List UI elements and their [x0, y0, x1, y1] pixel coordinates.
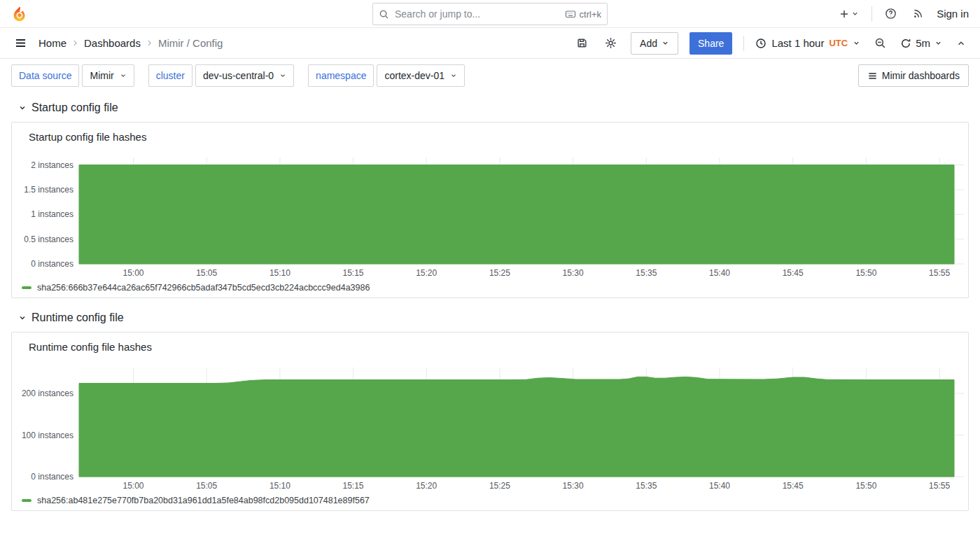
legend-item[interactable]: sha256:666b37e644ca26ac65f742966cb5adaf3…: [12, 281, 968, 298]
row-title: Startup config file: [31, 102, 118, 114]
keyboard-shortcut: ctrl+k: [565, 8, 601, 20]
row-header-startup-config[interactable]: Startup config file: [11, 99, 969, 116]
variable-namespace: namespace cortex-dev-01: [308, 64, 465, 87]
cluster-select[interactable]: dev-us-central-0: [195, 64, 294, 87]
panel-title[interactable]: Runtime config file hashes: [12, 332, 968, 358]
chevron-down-icon: [120, 72, 127, 79]
chevron-down-icon: [18, 314, 27, 322]
help-icon[interactable]: [882, 5, 899, 22]
chevron-down-icon: [851, 10, 859, 18]
legend-item[interactable]: sha256:ab481e275e770fb7ba20bd31a961dd1a5…: [12, 493, 968, 510]
svg-text:15:05: 15:05: [196, 268, 217, 278]
series-color-marker: [22, 286, 31, 289]
sign-in-link[interactable]: Sign in: [937, 8, 969, 20]
svg-text:15:25: 15:25: [489, 268, 510, 278]
panel-startup-config-hashes: Startup config file hashes 0 instances0.…: [11, 122, 969, 298]
refresh-picker[interactable]: 5m: [900, 37, 942, 49]
namespace-value: cortex-dev-01: [384, 70, 444, 81]
timezone-label: UTC: [829, 38, 848, 48]
panel-runtime-config-hashes: Runtime config file hashes 0 instances10…: [11, 332, 969, 511]
svg-text:15:40: 15:40: [709, 481, 730, 491]
svg-text:0 instances: 0 instances: [31, 259, 74, 269]
menu-icon[interactable]: [11, 34, 30, 52]
top-nav: ctrl+k Sign in: [0, 0, 980, 28]
svg-text:15:50: 15:50: [855, 268, 876, 278]
svg-text:15:25: 15:25: [489, 481, 510, 491]
chevron-down-icon: [853, 39, 860, 47]
cluster-value: dev-us-central-0: [203, 70, 274, 81]
time-range-label: Last 1 hour: [771, 37, 824, 49]
timeseries-chart[interactable]: 0 instances100 instances200 instances15:…: [12, 368, 968, 493]
svg-text:1 instances: 1 instances: [31, 209, 74, 219]
svg-text:15:10: 15:10: [270, 268, 290, 278]
breadcrumb-home[interactable]: Home: [38, 37, 66, 49]
refresh-icon: [900, 38, 911, 49]
new-button[interactable]: [836, 6, 862, 22]
clock-icon: [755, 38, 766, 49]
grafana-logo-icon[interactable]: [11, 6, 28, 22]
svg-text:1.5 instances: 1.5 instances: [24, 185, 74, 195]
chevron-down-icon: [934, 39, 942, 47]
share-button[interactable]: Share: [690, 32, 732, 55]
mimir-dashboards-button[interactable]: Mimir dashboards: [858, 64, 969, 87]
svg-text:15:00: 15:00: [122, 268, 144, 278]
svg-text:15:20: 15:20: [416, 268, 437, 278]
panel-title[interactable]: Startup config file hashes: [12, 122, 968, 148]
save-icon[interactable]: [573, 34, 591, 52]
svg-text:15:55: 15:55: [929, 268, 950, 278]
chevron-down-icon: [662, 39, 669, 47]
divider: [743, 36, 744, 51]
timeseries-chart[interactable]: 0 instances0.5 instances1 instances1.5 i…: [12, 158, 968, 281]
chevron-right-icon: [71, 38, 80, 48]
svg-text:0 instances: 0 instances: [31, 472, 74, 482]
collapse-controls-button[interactable]: [953, 36, 969, 51]
settings-icon[interactable]: [602, 34, 620, 52]
series-color-marker: [22, 499, 31, 502]
search-input[interactable]: [395, 8, 559, 20]
svg-text:15:05: 15:05: [196, 481, 217, 491]
svg-text:15:30: 15:30: [563, 268, 584, 278]
add-button-label: Add: [640, 38, 657, 49]
chevron-down-icon: [18, 104, 27, 112]
search-icon: [379, 9, 389, 20]
variables-bar: Data source Mimir cluster dev-us-central…: [0, 59, 980, 92]
svg-text:100 instances: 100 instances: [22, 430, 74, 440]
breadcrumb: Home Dashboards Mimir / Config: [38, 37, 223, 49]
namespace-select[interactable]: cortex-dev-01: [377, 64, 465, 87]
chevron-up-icon: [956, 38, 966, 48]
series-label: sha256:ab481e275e770fb7ba20bd31a961dd1a5…: [37, 496, 370, 505]
svg-text:15:35: 15:35: [636, 481, 657, 491]
add-button[interactable]: Add: [631, 32, 678, 55]
news-icon[interactable]: [909, 5, 927, 22]
svg-text:0.5 instances: 0.5 instances: [24, 234, 74, 244]
svg-text:15:45: 15:45: [783, 268, 804, 278]
svg-text:15:00: 15:00: [122, 481, 144, 491]
keyboard-icon: [565, 8, 576, 20]
dashboard-toolbar: Home Dashboards Mimir / Config Add Share: [0, 28, 980, 59]
datasource-select[interactable]: Mimir: [82, 64, 134, 87]
row-title: Runtime config file: [31, 312, 124, 324]
svg-text:15:15: 15:15: [342, 481, 363, 491]
breadcrumb-current: Mimir / Config: [158, 37, 223, 49]
zoom-out-icon[interactable]: [872, 34, 889, 52]
svg-text:15:30: 15:30: [563, 481, 584, 491]
dashboard-canvas: Startup config file Startup config file …: [0, 99, 980, 511]
svg-text:15:15: 15:15: [342, 268, 363, 278]
search-bar[interactable]: ctrl+k: [372, 3, 608, 25]
chevron-down-icon: [279, 72, 286, 79]
svg-text:2 instances: 2 instances: [31, 160, 74, 170]
svg-text:15:35: 15:35: [636, 268, 657, 278]
breadcrumb-dashboards[interactable]: Dashboards: [84, 37, 141, 49]
time-range-picker[interactable]: Last 1 hour UTC: [755, 37, 860, 49]
svg-text:15:40: 15:40: [709, 268, 730, 278]
datasource-value: Mimir: [90, 70, 113, 81]
series-label: sha256:666b37e644ca26ac65f742966cb5adaf3…: [37, 283, 370, 293]
mimir-dashboards-label: Mimir dashboards: [882, 70, 960, 81]
variable-label: cluster: [148, 64, 192, 87]
row-header-runtime-config[interactable]: Runtime config file: [11, 309, 969, 326]
chevron-down-icon: [450, 72, 457, 79]
chevron-right-icon: [145, 38, 154, 48]
svg-text:15:50: 15:50: [855, 481, 876, 491]
list-icon: [867, 71, 878, 81]
variable-cluster: cluster dev-us-central-0: [148, 64, 294, 87]
